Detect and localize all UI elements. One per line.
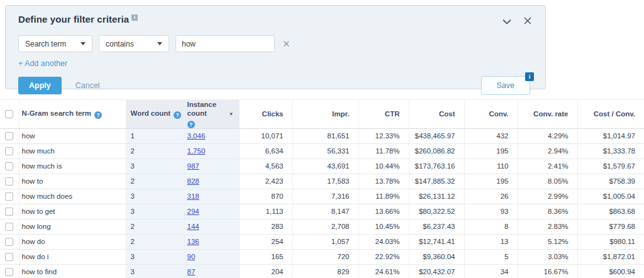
row-checkbox[interactable] (5, 268, 13, 276)
clicks: 254 (239, 234, 292, 249)
conv: 195 (464, 174, 518, 189)
instance-count-link[interactable]: 144 (187, 223, 199, 230)
column-header-cost[interactable]: Cost (409, 100, 464, 129)
row-checkbox[interactable] (5, 132, 13, 140)
column-header-impr[interactable]: Impr. (292, 100, 358, 129)
impr: 1,057 (292, 234, 358, 249)
word-count: 2 (126, 219, 184, 234)
instance-count-cell: 90 (184, 249, 239, 264)
column-header-word-count[interactable]: Word count? (126, 100, 184, 129)
cost: $9,360.04 (409, 249, 464, 264)
clear-filter-icon[interactable]: ✕ (282, 39, 291, 48)
clicks: 10,071 (239, 128, 292, 143)
ctr: 13.78% (358, 174, 409, 189)
collapse-panel-button[interactable] (502, 16, 511, 27)
chevron-down-icon (80, 42, 86, 45)
conv-rate: 2.99% (518, 189, 577, 204)
instance-count-cell: 987 (184, 158, 239, 174)
instance-count-link[interactable]: 987 (187, 162, 199, 170)
cost: $20,432.07 (409, 264, 464, 278)
cost-per-conv: $1,579.67 (577, 158, 644, 174)
save-button[interactable]: Save i (481, 76, 531, 95)
word-count: 2 (126, 174, 184, 189)
instance-count-link[interactable]: 136 (187, 238, 199, 245)
table-row: how to find38720482924.61%$20,432.073416… (0, 264, 644, 278)
word-count: 3 (126, 189, 184, 204)
instance-count-link[interactable]: 294 (187, 208, 199, 215)
close-panel-button[interactable] (524, 16, 531, 27)
row-checkbox[interactable] (5, 147, 13, 155)
table-header-row: N-Gram search term? Word count? Instance… (0, 100, 644, 129)
row-checkbox[interactable] (5, 223, 13, 231)
clicks: 870 (239, 189, 292, 204)
ngram-term: how to find (19, 264, 126, 278)
impr: 81,651 (292, 128, 358, 143)
column-header-clicks[interactable]: Clicks (239, 100, 292, 129)
instance-count-link[interactable]: 87 (187, 268, 196, 275)
cancel-link[interactable]: Cancel (75, 81, 100, 90)
row-checkbox[interactable] (5, 177, 13, 186)
row-checkbox[interactable] (5, 253, 13, 261)
row-checkbox[interactable] (5, 208, 13, 216)
row-checkbox[interactable] (5, 192, 13, 201)
column-header-term[interactable]: N-Gram search term? (19, 100, 126, 129)
cost-per-conv: $1,014.97 (577, 128, 644, 143)
select-all-checkbox[interactable] (5, 110, 13, 118)
word-count: 2 (126, 234, 184, 249)
table-row: how to get32941,1138,14713.66%$80,322.52… (0, 204, 644, 219)
conv-rate: 2.94% (518, 143, 577, 158)
conv-rate: 3.03% (518, 249, 577, 264)
row-checkbox[interactable] (5, 162, 13, 170)
ngram-term: how to (19, 174, 126, 189)
conv: 110 (464, 158, 518, 174)
table-body: how13,04610,07181,65112.33%$438,465.9743… (0, 128, 644, 278)
ctr: 24.03% (358, 234, 409, 249)
impr: 2,708 (292, 219, 358, 234)
ctr: 10.45% (358, 219, 409, 234)
ngram-term: how do i (19, 249, 126, 264)
instance-count-link[interactable]: 1,750 (187, 147, 206, 155)
column-header-instance-count[interactable]: Instance count ? ▼ (184, 100, 239, 129)
conv: 195 (464, 143, 518, 158)
table-row: how do i39016572022.92%$9,360.0453.03%$1… (0, 249, 644, 264)
filter-field-value: Search term (25, 40, 66, 48)
conv: 432 (464, 128, 518, 143)
column-header-cost-per-conv[interactable]: Cost / Conv. (577, 100, 644, 129)
add-another-link[interactable]: + Add another (18, 59, 67, 68)
row-checkbox[interactable] (5, 238, 13, 246)
column-header-conv-rate[interactable]: Conv. rate (518, 100, 577, 129)
impr: 43,691 (292, 158, 358, 174)
column-header-ctr[interactable]: CTR (358, 100, 409, 129)
instance-count-cell: 294 (184, 204, 239, 219)
conv: 5 (464, 249, 518, 264)
conv: 13 (464, 234, 518, 249)
instance-count-link[interactable]: 318 (187, 192, 199, 200)
sort-desc-icon[interactable]: ▼ (229, 111, 234, 117)
help-icon[interactable]: ? (94, 111, 102, 119)
filter-operator-value: contains (106, 40, 134, 48)
impr: 17,583 (292, 174, 358, 189)
instance-count-link[interactable]: 3,046 (187, 132, 206, 140)
panel-title: Define your filter criteria (18, 14, 129, 25)
instance-count-link[interactable]: 90 (187, 253, 196, 260)
filter-field-select[interactable]: Search term (18, 35, 92, 52)
ngram-term: how much does (19, 189, 126, 204)
instance-count-link[interactable]: 828 (187, 177, 199, 185)
apply-button[interactable]: Apply (18, 77, 62, 94)
help-icon[interactable]: ? (174, 111, 181, 119)
clicks: 1,113 (239, 204, 292, 219)
conv-rate: 2.83% (518, 219, 577, 234)
cost: $12,741.41 (409, 234, 464, 249)
table-row: how much21,7506,63456,33111.78%$260,086.… (0, 143, 644, 158)
column-header-conv[interactable]: Conv. (464, 100, 518, 129)
ngram-term: how (19, 128, 126, 143)
conv-rate: 2.41% (518, 158, 577, 174)
help-icon[interactable]: ? (187, 121, 195, 128)
conv: 93 (464, 204, 518, 219)
filter-value-input[interactable] (175, 35, 275, 52)
filter-operator-select[interactable]: contains (99, 35, 169, 52)
conv: 26 (464, 189, 518, 204)
panel-title-wrap: Define your filter criteriai (18, 14, 138, 25)
clicks: 204 (239, 264, 292, 278)
ctr: 13.66% (358, 204, 409, 219)
